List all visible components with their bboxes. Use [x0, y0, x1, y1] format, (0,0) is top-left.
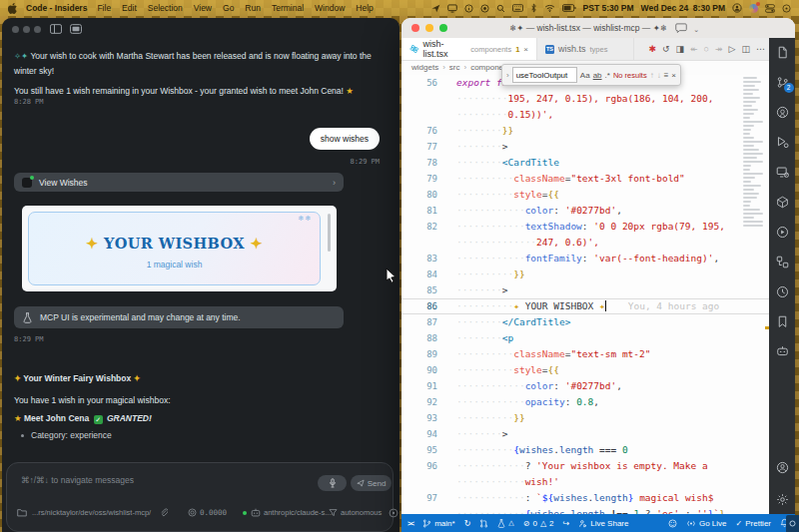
keyboard-icon[interactable]: [512, 4, 523, 12]
regex-icon[interactable]: .*: [605, 71, 610, 80]
run-file-icon[interactable]: ▷: [729, 44, 736, 54]
record-circle-icon[interactable]: [480, 4, 489, 13]
account-icon[interactable]: [776, 461, 789, 474]
code-line-wrap[interactable]: ·········0.15))',: [401, 107, 769, 123]
wifi-icon[interactable]: [544, 4, 555, 12]
find-expand-icon[interactable]: ›: [506, 71, 509, 80]
mic-button[interactable]: [318, 475, 347, 491]
workspace-path[interactable]: ...rs/nicktaylor/dev/oss/wishlist-mcp/: [32, 508, 151, 517]
forward-icon[interactable]: ↪: [563, 519, 570, 528]
tab-wish-ts[interactable]: TS wish.ts types: [537, 38, 634, 60]
nav-forward-icon[interactable]: ↠: [715, 44, 723, 54]
nav-dot-icon[interactable]: ○: [704, 44, 709, 54]
code-line-81[interactable]: 81············color: '#0277bd',: [401, 203, 769, 219]
components-icon[interactable]: [776, 256, 789, 268]
debug-icon[interactable]: [776, 136, 789, 149]
code-line-92[interactable]: 92············opacity: 0.8,: [401, 394, 769, 410]
window-minimize-button[interactable]: [425, 24, 433, 32]
code-line-wrap[interactable]: ············{wishes.length !== 1 ? 'es' …: [401, 506, 769, 514]
bookmarks-icon[interactable]: [777, 315, 788, 328]
nav-back-icon[interactable]: ↞: [690, 44, 698, 54]
menu-item-run[interactable]: Run: [244, 3, 262, 13]
apple-menu-icon[interactable]: [8, 3, 17, 14]
code-line-94[interactable]: 94········>: [401, 426, 769, 442]
container-icon[interactable]: [776, 196, 789, 209]
beaker-status-icon[interactable]: △: [497, 519, 513, 528]
code-line-96[interactable]: 96············? 'Your wishbox is empty. …: [401, 458, 769, 474]
code-line-82[interactable]: 82············textShadow: '0 0 20px rgba…: [401, 219, 769, 235]
app-menu[interactable]: Code - Insiders: [26, 3, 87, 13]
code-line-76[interactable]: 76········}}: [401, 123, 769, 139]
run-history-icon[interactable]: [776, 285, 789, 298]
remote-indicator[interactable]: ><: [407, 520, 413, 527]
notification-corner[interactable]: [786, 515, 799, 532]
prettier-status[interactable]: ✓Prettier: [736, 519, 772, 528]
extension-action-icon[interactable]: ✱: [648, 44, 656, 54]
code-line-83[interactable]: 83············fontFamily: 'var(--font-he…: [401, 251, 769, 266]
find-input[interactable]: useToolOutput: [512, 67, 577, 83]
location-arrow-icon[interactable]: [431, 4, 440, 13]
sidebar-toggle-icon[interactable]: [50, 24, 62, 34]
menu-item-window[interactable]: Window: [314, 3, 346, 13]
code-line-87[interactable]: 87········</CardTitle>: [401, 314, 769, 330]
remote-explorer-icon[interactable]: [776, 166, 789, 179]
code-line-79[interactable]: 79··········className="text-3xl font-bol…: [401, 171, 769, 187]
menu-item-view[interactable]: View: [193, 3, 213, 13]
menu-bar-secondary-clock[interactable]: PST 5:30 PM: [583, 3, 634, 13]
tab-close-icon[interactable]: ×: [523, 45, 528, 54]
minimap[interactable]: [741, 75, 765, 514]
code-line-95[interactable]: 95··········{wishes.length === 0: [401, 442, 769, 458]
tab-wish-list-tsx[interactable]: wish-list.tsx components 1 ×: [401, 38, 537, 60]
breadcrumb-item[interactable]: widgets: [411, 63, 438, 72]
menu-item-file[interactable]: File: [96, 3, 112, 13]
code-editor[interactable]: 56export fu·········195, 247, 0.15), rgb…: [401, 75, 769, 514]
model-name[interactable]: anthropic/claude-s...: [264, 508, 332, 517]
mode-filter-icon[interactable]: [329, 508, 338, 517]
menu-item-go[interactable]: Go: [222, 3, 235, 13]
menu-item-selection[interactable]: Selection: [147, 3, 184, 13]
user-icon[interactable]: [732, 3, 742, 13]
menu-bar-clock[interactable]: Wed Dec 24 8:30 PM: [641, 3, 725, 13]
help-circle-icon[interactable]: [782, 4, 791, 13]
info-circle-icon[interactable]: [464, 4, 473, 13]
code-line-wrap[interactable]: ·········195, 247, 0.15), rgba(186, 104,…: [401, 91, 769, 107]
code-line-88[interactable]: 88········<p: [401, 330, 769, 346]
settings-gear-icon[interactable]: [776, 493, 789, 506]
window-layout-icon[interactable]: [70, 24, 82, 34]
code-line-90[interactable]: 90··········style={{: [401, 362, 769, 378]
code-line-80[interactable]: 80··········style={{: [401, 187, 769, 203]
source-control-icon[interactable]: 2: [776, 76, 789, 89]
open-changes-icon[interactable]: ◨: [676, 44, 685, 54]
chat-toggle-icon[interactable]: [675, 23, 687, 33]
code-line-78[interactable]: 78········<CardTitle: [401, 155, 769, 171]
more-actions-icon[interactable]: ⋯: [756, 44, 765, 54]
control-center-icon[interactable]: [765, 4, 775, 13]
find-previous-icon[interactable]: ↑: [650, 71, 654, 80]
embed-scrollbar[interactable]: [328, 214, 331, 252]
live-share-status[interactable]: Live Share: [578, 519, 628, 528]
model-robot-icon[interactable]: [251, 508, 261, 517]
window-zoom-button[interactable]: [34, 26, 41, 33]
code-line-93[interactable]: 93··········}}: [401, 410, 769, 426]
siri-icon[interactable]: [749, 4, 758, 13]
find-next-icon[interactable]: ↓: [657, 71, 661, 80]
sync-icon[interactable]: ↻: [464, 519, 471, 528]
task-runner-icon[interactable]: [776, 226, 789, 239]
match-case-icon[interactable]: Aa: [580, 71, 590, 80]
timeline-icon[interactable]: ↺: [662, 44, 670, 54]
copilot-file-icon[interactable]: [776, 46, 789, 59]
window-minimize-button[interactable]: [23, 26, 30, 33]
code-line-77[interactable]: 77········>: [401, 139, 769, 155]
whole-word-icon[interactable]: ab: [593, 71, 602, 80]
split-editor-icon[interactable]: ◫: [741, 44, 750, 54]
window-zoom-button[interactable]: [439, 24, 447, 32]
window-close-button[interactable]: [12, 26, 19, 33]
send-button[interactable]: Send: [351, 475, 392, 491]
search-icon[interactable]: [496, 4, 505, 13]
wishbox-embed-card[interactable]: ❄❄ ✦ YOUR WISHBOX ✦ 1 magical wish: [22, 206, 337, 291]
chevron-down-icon[interactable]: ⌄: [693, 26, 699, 34]
find-widget[interactable]: › useToolOutput Aa ab .* No results ↑ ↓ …: [501, 64, 681, 86]
code-line-wrap[interactable]: ············wish!': [401, 474, 769, 490]
partial-badge-icon[interactable]: [389, 508, 399, 518]
code-line-89[interactable]: 89··········className="text-sm mt-2": [401, 346, 769, 362]
